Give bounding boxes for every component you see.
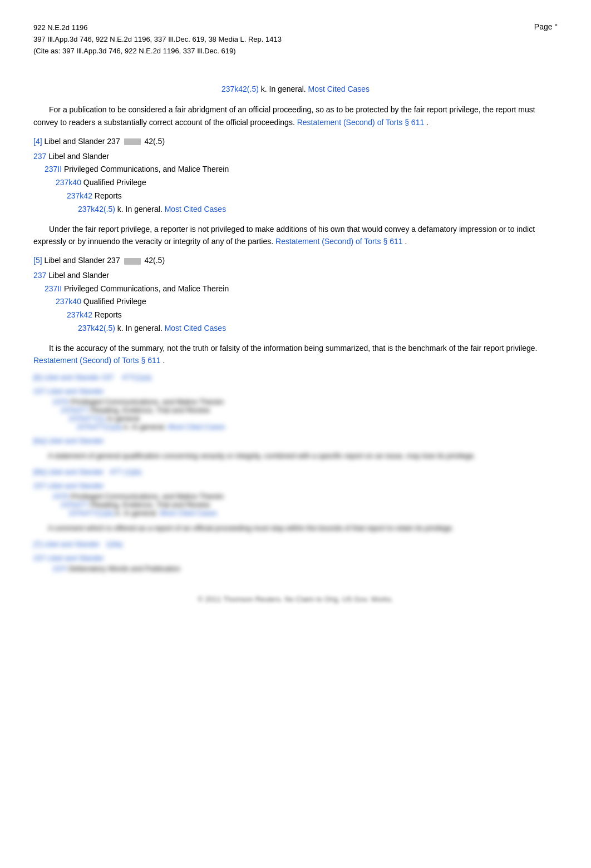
- topic-line-1-1: 237 Libel and Slander: [33, 150, 558, 163]
- citation-line1: 922 N.E.2d 1196: [33, 22, 282, 34]
- topic-line-2-1: 237 Libel and Slander: [33, 269, 558, 282]
- topic-line-1-4: 237k42 Reports: [67, 190, 558, 203]
- paragraph-1: For a publication to be considered a fai…: [33, 103, 558, 128]
- topic-237II-text-2: Privileged Communications, and Malice Th…: [64, 284, 229, 293]
- topic-237-text-2: Libel and Slander: [48, 271, 109, 280]
- blurred-topic-3: 237II Privileged Communications, and Mal…: [33, 492, 558, 517]
- topic-k-general-text-2: k. In general.: [117, 324, 165, 333]
- topic-237-text-1: Libel and Slander: [48, 152, 109, 161]
- paragraph-2: Under the fair report privilege, a repor…: [33, 223, 558, 248]
- headnote-5-text: Libel and Slander 237: [44, 256, 120, 265]
- blurred-section-1: [6] Libel and Slander 237 477(1)(a) 237 …: [33, 373, 558, 431]
- topic-237k42-link-2[interactable]: 237k42: [67, 310, 92, 319]
- topic-237k42-link-1[interactable]: 237k42: [67, 191, 92, 200]
- topic-line-2-2: 237II Privileged Communications, and Mal…: [45, 282, 558, 296]
- topic-tree-1: 237 Libel and Slander 237II Privileged C…: [33, 150, 558, 216]
- topic-237-link-1[interactable]: 237: [33, 152, 46, 161]
- most-cited-link-1[interactable]: Most Cited Cases: [308, 85, 370, 93]
- topic-k-general-text-1: k. In general.: [117, 205, 165, 214]
- page-footer: © 2011 Thomson Reuters. No Claim to Orig…: [33, 595, 558, 603]
- headnote-4-row: [4] Libel and Slander 237 42(.5): [33, 135, 558, 147]
- most-cited-link-tree2[interactable]: Most Cited Cases: [165, 324, 226, 333]
- header-citations: 922 N.E.2d 1196 397 Ill.App.3d 746, 922 …: [33, 22, 282, 57]
- topic-line-1-3: 237k40 Qualified Privilege: [56, 176, 558, 190]
- citation-line3: (Cite as: 397 Ill.App.3d 746, 922 N.E.2d…: [33, 46, 282, 57]
- blurred-section-4: [7] Libel and Slander 1(9a) 237 Libel an…: [33, 540, 558, 573]
- blurred-headnote-8: [6b] Libel and Slander 477 (1)(b): [33, 468, 558, 476]
- topic-237k42-5-link-2[interactable]: 237k42(.5): [78, 324, 115, 333]
- topic-237II-link-1[interactable]: 237II: [45, 165, 62, 173]
- centered-link-block-1: 237k42(.5) k. In general. Most Cited Cas…: [33, 85, 558, 93]
- topic-237k42-text-1: Reports: [95, 191, 122, 200]
- topic-237k40-text-1: Qualified Privilege: [83, 178, 146, 187]
- topic-line-2-5: 237k42(.5) k. In general. Most Cited Cas…: [78, 322, 558, 335]
- blurred-paragraph-5: A comment which is offered as a report o…: [48, 523, 558, 534]
- blurred-237-4: 237 Libel and Slander: [33, 554, 558, 562]
- restatement-link-1[interactable]: Restatement (Second) of Torts § 611: [297, 118, 425, 127]
- blurred-section-3: [6b] Libel and Slander 477 (1)(b) 237 Li…: [33, 468, 558, 517]
- topic-237-link-2[interactable]: 237: [33, 271, 46, 280]
- headnote-5-row: [5] Libel and Slander 237 42(.5): [33, 254, 558, 266]
- topic-237k42-5-link-1[interactable]: 237k42(.5): [78, 205, 115, 214]
- headnote-5-code: 42(.5): [144, 256, 165, 265]
- topic-237II-link-2[interactable]: 237II: [45, 284, 62, 293]
- blurred-paragraph-4: A statement of general qualification con…: [48, 450, 558, 462]
- topic-line-2-4: 237k42 Reports: [67, 309, 558, 322]
- blurred-topic-4: 237I Defamatory Words and Publication: [33, 564, 558, 573]
- headnote-4-code: 42(.5): [144, 137, 165, 146]
- blurred-237-1: 237 Libel and Slander: [33, 387, 558, 395]
- topic-tree-2: 237 Libel and Slander 237II Privileged C…: [33, 269, 558, 335]
- code-link-1[interactable]: 237k42(.5): [221, 85, 259, 93]
- headnote-4-icon: [124, 138, 141, 145]
- topic-237k40-link-2[interactable]: 237k40: [56, 297, 81, 306]
- blurred-237-3: 237 Libel and Slander: [33, 482, 558, 490]
- most-cited-link-tree1[interactable]: Most Cited Cases: [165, 205, 226, 214]
- topic-237k40-text-2: Qualified Privilege: [83, 297, 146, 306]
- blurred-headnote-6: [6] Libel and Slander 237 477(1)(a): [33, 373, 558, 381]
- blurred-headnote-9: [7] Libel and Slander 1(9a): [33, 540, 558, 548]
- k-in-general-label-1: k. In general.: [261, 85, 308, 93]
- headnote-5-link[interactable]: [5]: [33, 256, 42, 265]
- blurred-section-2: [6a] Libel and Slander: [33, 437, 558, 445]
- headnote-4-text: Libel and Slander 237: [44, 137, 120, 146]
- topic-237k40-link-1[interactable]: 237k40: [56, 178, 81, 187]
- restatement-link-2[interactable]: Restatement (Second) of Torts § 611: [275, 237, 403, 246]
- topic-line-1-2: 237II Privileged Communications, and Mal…: [45, 163, 558, 176]
- headnote-5-icon: [124, 258, 141, 265]
- citation-line2: 397 Ill.App.3d 746, 922 N.E.2d 1196, 337…: [33, 34, 282, 46]
- page-number: Page °: [534, 22, 558, 31]
- topic-line-1-5: 237k42(.5) k. In general. Most Cited Cas…: [78, 203, 558, 216]
- page-header: 922 N.E.2d 1196 397 Ill.App.3d 746, 922 …: [33, 22, 558, 57]
- restatement-link-3[interactable]: Restatement (Second) of Torts § 611: [33, 356, 161, 365]
- topic-line-2-3: 237k40 Qualified Privilege: [56, 295, 558, 309]
- topic-237k42-text-2: Reports: [95, 310, 122, 319]
- blurred-headnote-7: [6a] Libel and Slander: [33, 437, 558, 445]
- topic-237II-text-1: Privileged Communications, and Malice Th…: [64, 165, 229, 173]
- headnote-4-link[interactable]: [4]: [33, 137, 42, 146]
- paragraph-3: It is the accuracy of the summary, not t…: [33, 342, 558, 367]
- blurred-topic-1: 237II Privileged Communications, and Mal…: [33, 398, 558, 431]
